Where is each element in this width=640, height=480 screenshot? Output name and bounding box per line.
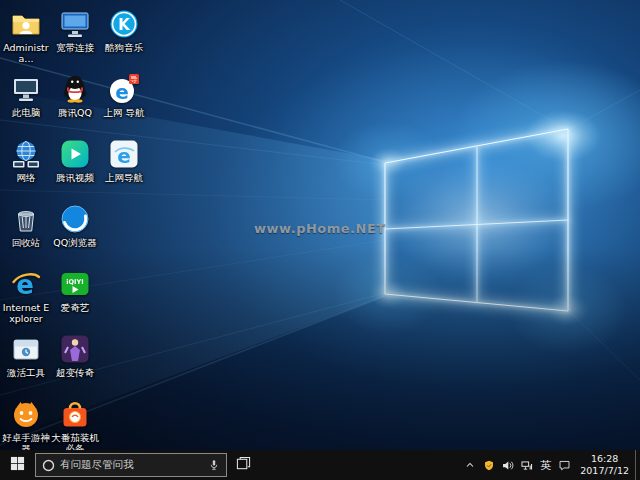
show-desktop-button[interactable] bbox=[635, 450, 640, 480]
desktop-icon-label: 超变传奇 bbox=[56, 367, 94, 378]
svg-text:e: e bbox=[117, 144, 131, 168]
this-pc-icon bbox=[10, 73, 42, 105]
kugou-music-icon: K bbox=[108, 8, 140, 40]
svg-text:iQIYI: iQIYI bbox=[66, 278, 83, 286]
desktop-icon-label: Administra... bbox=[2, 42, 50, 64]
broadband-connection-icon bbox=[59, 8, 91, 40]
svg-text:K: K bbox=[118, 16, 131, 34]
desktop-icon-kugou[interactable]: K酷狗音乐 bbox=[100, 5, 148, 70]
desktop-icon-label: 上网 导航 bbox=[103, 107, 144, 118]
desktop-icon-label: 上网导航 bbox=[105, 172, 143, 183]
desktop-icon-tvideo[interactable]: 腾讯视频 bbox=[51, 135, 99, 200]
desktop-icon-legend[interactable]: 超变传奇 bbox=[51, 330, 99, 395]
watermark-text: www.pHome.NET bbox=[254, 221, 386, 236]
clock-time: 16:28 bbox=[591, 453, 618, 465]
desktop-icon-label: 此电脑 bbox=[12, 107, 41, 118]
task-view-icon bbox=[236, 456, 251, 474]
desktop-icon-grid: Administra...宽带连接K酷狗音乐此电脑腾讯QQe导上网 导航网络腾讯… bbox=[2, 5, 148, 460]
desktop-icon-label: Internet Explorer bbox=[2, 302, 50, 324]
desktop-icon-activate[interactable]: 激活工具 bbox=[2, 330, 50, 395]
hidden-icons-chevron[interactable] bbox=[460, 450, 479, 480]
desktop-icon-label: 激活工具 bbox=[7, 367, 45, 378]
desktop-icon-ie[interactable]: eInternet Explorer bbox=[2, 265, 50, 330]
cortana-circle-icon bbox=[42, 459, 55, 472]
taskbar: 有问题尽管问我 bbox=[0, 450, 640, 480]
search-placeholder: 有问题尽管问我 bbox=[60, 458, 203, 472]
desktop-icon-label: QQ浏览器 bbox=[53, 237, 96, 248]
desktop-icon-iqiyi[interactable]: iQIYI爱奇艺 bbox=[51, 265, 99, 330]
desktop-icon-qq[interactable]: 腾讯QQ bbox=[51, 70, 99, 135]
internet-navigation2-icon: e bbox=[108, 138, 140, 170]
desktop-icon-label: 回收站 bbox=[12, 237, 41, 248]
internet-navigation-icon: e导 bbox=[108, 73, 140, 105]
legend-game-icon bbox=[59, 333, 91, 365]
svg-text:导: 导 bbox=[130, 75, 138, 84]
network-icon bbox=[10, 138, 42, 170]
iqiyi-icon: iQIYI bbox=[59, 268, 91, 300]
task-view-button[interactable] bbox=[227, 450, 259, 480]
windows-logo-icon bbox=[10, 456, 25, 474]
activation-tool-icon bbox=[10, 333, 42, 365]
desktop-icon-recycle[interactable]: 回收站 bbox=[2, 200, 50, 265]
desktop-icon-thispc[interactable]: 此电脑 bbox=[2, 70, 50, 135]
desktop-icon-label: 宽带连接 bbox=[56, 42, 94, 53]
taskbar-search-box[interactable]: 有问题尽管问我 bbox=[35, 453, 227, 477]
tencent-video-icon bbox=[59, 138, 91, 170]
desktop-icon-label: 网络 bbox=[17, 172, 36, 183]
ime-indicator[interactable]: 英 bbox=[536, 450, 555, 480]
svg-text:e: e bbox=[115, 80, 129, 104]
user-folder-icon bbox=[10, 8, 42, 40]
desktop-icon-qqbrowser[interactable]: QQ浏览器 bbox=[51, 200, 99, 265]
desktop: www.pHome.NET Administra...宽带连接K酷狗音乐此电脑腾… bbox=[0, 0, 640, 480]
game-helper-icon bbox=[10, 398, 42, 430]
tencent-qq-icon bbox=[59, 73, 91, 105]
tomato-installer-icon bbox=[59, 398, 91, 430]
desktop-icon-label: 腾讯视频 bbox=[56, 172, 94, 183]
taskbar-clock[interactable]: 16:28 2017/7/12 bbox=[574, 450, 635, 480]
tray-app-icon[interactable] bbox=[479, 450, 498, 480]
desktop-icon-label: 腾讯QQ bbox=[58, 107, 92, 118]
desktop-icon-label: 酷狗音乐 bbox=[105, 42, 143, 53]
desktop-icon-network[interactable]: 网络 bbox=[2, 135, 50, 200]
start-button[interactable] bbox=[0, 450, 34, 480]
network-icon[interactable] bbox=[517, 450, 536, 480]
recycle-bin-icon bbox=[10, 203, 42, 235]
qq-browser-icon bbox=[59, 203, 91, 235]
internet-explorer-icon: e bbox=[10, 268, 42, 300]
microphone-icon[interactable] bbox=[208, 458, 220, 472]
desktop-icon-navred[interactable]: e导上网 导航 bbox=[100, 70, 148, 135]
clock-date: 2017/7/12 bbox=[580, 465, 629, 477]
desktop-icon-broadband[interactable]: 宽带连接 bbox=[51, 5, 99, 70]
volume-icon[interactable] bbox=[498, 450, 517, 480]
desktop-icon-nav2[interactable]: e上网导航 bbox=[100, 135, 148, 200]
desktop-icon-admin[interactable]: Administra... bbox=[2, 5, 50, 70]
taskbar-empty-area bbox=[259, 450, 460, 480]
desktop-icon-label: 爱奇艺 bbox=[61, 302, 90, 313]
action-center-icon[interactable] bbox=[555, 450, 574, 480]
system-tray: 英 16:28 2017/7/12 bbox=[460, 450, 640, 480]
